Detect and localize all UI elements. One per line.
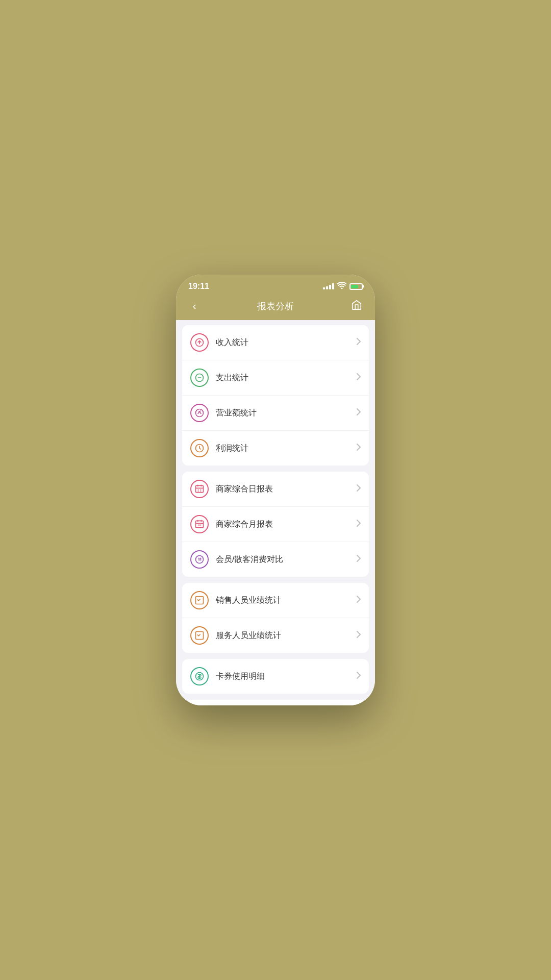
menu-label-card-usage: 卡券使用明细 (216, 671, 357, 682)
chevron-icon-monthly-report (357, 520, 361, 529)
menu-label-daily-report: 商家综合日报表 (216, 484, 357, 495)
wifi-icon (337, 282, 346, 291)
section-section-income: 收入统计支出统计营业额统计利润统计 (182, 325, 369, 465)
menu-item-expense-stats[interactable]: 支出统计 (182, 360, 369, 396)
menu-icon-profit-stats (190, 439, 209, 457)
menu-item-sales-performance[interactable]: 销售人员业绩统计 (182, 583, 369, 618)
menu-item-income-stats[interactable]: 收入统计 (182, 325, 369, 360)
chevron-icon-service-performance (357, 631, 361, 640)
svg-rect-4 (196, 485, 204, 492)
menu-icon-income-stats (190, 333, 209, 352)
status-time: 19:11 (188, 282, 209, 291)
menu-label-expense-stats: 支出统计 (216, 373, 357, 383)
section-section-cards: 卡券使用明细 (182, 659, 369, 694)
menu-icon-card-usage (190, 667, 209, 685)
menu-label-monthly-report: 商家综合月报表 (216, 519, 357, 530)
page-title: 报表分析 (203, 300, 348, 312)
menu-item-profit-stats[interactable]: 利润统计 (182, 431, 369, 465)
menu-icon-revenue-stats (190, 404, 209, 422)
menu-item-daily-report[interactable]: 商家综合日报表 (182, 472, 369, 507)
menu-label-revenue-stats: 营业额统计 (216, 408, 357, 419)
menu-item-service-performance[interactable]: 服务人员业绩统计 (182, 618, 369, 653)
chevron-icon-revenue-stats (357, 408, 361, 418)
chevron-icon-expense-stats (357, 373, 361, 382)
menu-icon-sales-performance (190, 591, 209, 609)
menu-item-points-exchange[interactable]: 积分兑换明细 (182, 700, 369, 705)
chevron-icon-sales-performance (357, 596, 361, 605)
chevron-icon-member-compare (357, 555, 361, 564)
svg-point-2 (196, 409, 204, 417)
menu-item-monthly-report[interactable]: 商家综合月报表 (182, 507, 369, 542)
menu-icon-service-performance (190, 626, 209, 645)
status-icons (323, 282, 363, 291)
chevron-icon-profit-stats (357, 444, 361, 453)
menu-icon-expense-stats (190, 369, 209, 387)
svg-rect-5 (196, 521, 204, 527)
menu-icon-member-compare (190, 550, 209, 569)
menu-icon-monthly-report (190, 515, 209, 533)
section-section-reports: 商家综合日报表商家综合月报表会员/散客消费对比 (182, 472, 369, 577)
menu-label-income-stats: 收入统计 (216, 337, 357, 348)
back-button[interactable]: ‹ (186, 300, 203, 312)
status-bar: 19:11 (176, 275, 375, 295)
chevron-icon-income-stats (357, 338, 361, 347)
menu-label-profit-stats: 利润统计 (216, 443, 357, 454)
main-content: 收入统计支出统计营业额统计利润统计商家综合日报表商家综合月报表会员/散客消费对比… (176, 320, 375, 705)
menu-label-sales-performance: 销售人员业绩统计 (216, 595, 357, 606)
menu-item-card-usage[interactable]: 卡券使用明细 (182, 659, 369, 694)
section-section-points: 积分兑换明细 (182, 700, 369, 705)
menu-label-member-compare: 会员/散客消费对比 (216, 554, 357, 565)
home-button[interactable] (348, 299, 365, 313)
section-section-staff: 销售人员业绩统计服务人员业绩统计 (182, 583, 369, 653)
nav-bar: ‹ 报表分析 (176, 295, 375, 320)
signal-icon (323, 283, 334, 289)
menu-icon-daily-report (190, 480, 209, 498)
menu-item-revenue-stats[interactable]: 营业额统计 (182, 396, 369, 431)
chevron-icon-card-usage (357, 672, 361, 681)
menu-item-member-compare[interactable]: 会员/散客消费对比 (182, 542, 369, 577)
chevron-icon-daily-report (357, 484, 361, 494)
menu-label-service-performance: 服务人员业绩统计 (216, 630, 357, 641)
battery-icon (349, 283, 363, 290)
